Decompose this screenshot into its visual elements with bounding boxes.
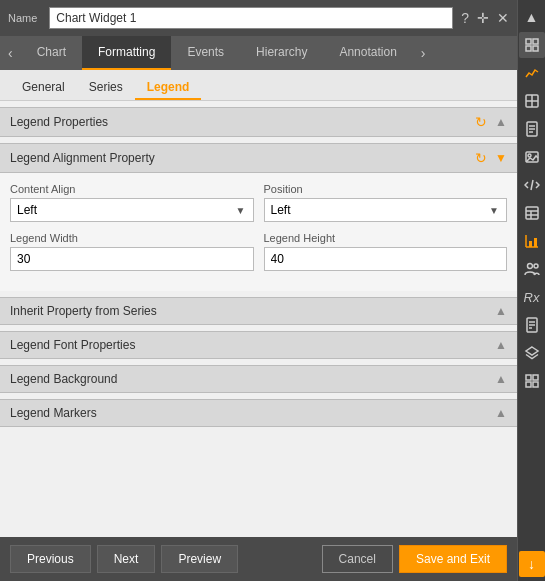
legend-properties-section: Legend Properties ↻ ▲ [0, 107, 517, 137]
subtab-legend[interactable]: Legend [135, 76, 202, 100]
legend-font-header[interactable]: Legend Font Properties ▲ [0, 331, 517, 359]
legend-height-input[interactable] [264, 247, 508, 271]
legend-background-title: Legend Background [10, 372, 117, 386]
sidebar-table-icon[interactable] [519, 200, 545, 226]
sidebar-code-icon[interactable] [519, 172, 545, 198]
sidebar-grid-icon[interactable] [519, 32, 545, 58]
next-button[interactable]: Next [97, 545, 156, 573]
inherit-property-header[interactable]: Inherit Property from Series ▲ [0, 297, 517, 325]
close-icon[interactable]: ✕ [497, 10, 509, 26]
sidebar-map-icon[interactable] [519, 88, 545, 114]
legend-markers-section: Legend Markers ▲ [0, 399, 517, 427]
sidebar-collapse-icon[interactable]: ▲ [519, 4, 545, 30]
legend-properties-header[interactable]: Legend Properties ↻ ▲ [0, 107, 517, 137]
legend-alignment-body: Content Align Left Center Right Position [0, 173, 517, 291]
legend-font-title: Legend Font Properties [10, 338, 135, 352]
legend-font-collapse-icon[interactable]: ▲ [495, 338, 507, 352]
legend-properties-refresh-icon[interactable]: ↻ [475, 114, 487, 130]
svg-rect-30 [533, 375, 538, 380]
legend-width-label: Legend Width [10, 232, 254, 244]
sidebar-layers-icon[interactable] [519, 340, 545, 366]
legend-properties-collapse-icon[interactable]: ▲ [495, 115, 507, 129]
position-select[interactable]: Left Right Top Bottom [264, 198, 508, 222]
help-icon[interactable]: ? [461, 10, 469, 26]
position-label: Position [264, 183, 508, 195]
svg-rect-0 [526, 39, 531, 44]
svg-rect-1 [533, 39, 538, 44]
inherit-property-title: Inherit Property from Series [10, 304, 157, 318]
legend-alignment-title: Legend Alignment Property [10, 151, 155, 165]
legend-height-label: Legend Height [264, 232, 508, 244]
cancel-button[interactable]: Cancel [322, 545, 393, 573]
svg-rect-21 [534, 238, 537, 247]
inherit-property-collapse-icon[interactable]: ▲ [495, 304, 507, 318]
legend-alignment-collapse-icon[interactable]: ▼ [495, 151, 507, 165]
sidebar-chart-icon[interactable] [519, 60, 545, 86]
subtab-series[interactable]: Series [77, 76, 135, 100]
legend-background-collapse-icon[interactable]: ▲ [495, 372, 507, 386]
widget-title-input[interactable] [49, 7, 453, 29]
svg-rect-20 [529, 241, 532, 247]
legend-markers-title: Legend Markers [10, 406, 97, 420]
sidebar-grid2-icon[interactable] [519, 368, 545, 394]
inherit-property-section: Inherit Property from Series ▲ [0, 297, 517, 325]
preview-button[interactable]: Preview [161, 545, 238, 573]
svg-point-12 [528, 154, 531, 157]
sidebar-people-icon[interactable] [519, 256, 545, 282]
svg-rect-29 [526, 375, 531, 380]
legend-alignment-refresh-icon[interactable]: ↻ [475, 150, 487, 166]
svg-marker-28 [526, 347, 538, 355]
title-bar: Name ? ✛ ✕ [0, 0, 517, 36]
name-label: Name [8, 12, 37, 24]
tab-events[interactable]: Events [171, 36, 240, 70]
save-exit-button[interactable]: Save and Exit [399, 545, 507, 573]
legend-alignment-header[interactable]: Legend Alignment Property ↻ ▼ [0, 143, 517, 173]
tab-hierarchy[interactable]: Hierarchy [240, 36, 323, 70]
content-align-select[interactable]: Left Center Right [10, 198, 254, 222]
footer: Previous Next Preview Cancel Save and Ex… [0, 537, 517, 581]
sidebar-linechart-icon[interactable] [519, 228, 545, 254]
position-group: Position Left Right Top Bottom [264, 183, 508, 222]
tab-chart[interactable]: Chart [21, 36, 82, 70]
move-icon[interactable]: ✛ [477, 10, 489, 26]
previous-button[interactable]: Previous [10, 545, 91, 573]
legend-font-section: Legend Font Properties ▲ [0, 331, 517, 359]
content-align-position-row: Content Align Left Center Right Position [10, 183, 507, 222]
svg-rect-14 [526, 207, 538, 219]
svg-point-22 [527, 264, 532, 269]
content-align-wrapper: Left Center Right [10, 198, 254, 222]
legend-markers-collapse-icon[interactable]: ▲ [495, 406, 507, 420]
sidebar-download-icon[interactable]: ↓ [519, 551, 545, 577]
svg-rect-3 [533, 46, 538, 51]
legend-background-section: Legend Background ▲ [0, 365, 517, 393]
legend-background-header[interactable]: Legend Background ▲ [0, 365, 517, 393]
svg-line-13 [531, 180, 533, 190]
legend-width-group: Legend Width [10, 232, 254, 271]
tab-next-button[interactable]: › [413, 36, 434, 70]
svg-point-23 [534, 264, 538, 268]
svg-rect-31 [526, 382, 531, 387]
subtab-general[interactable]: General [10, 76, 77, 100]
title-actions: ? ✛ ✕ [461, 10, 509, 26]
legend-properties-title: Legend Properties [10, 115, 108, 129]
width-height-row: Legend Width Legend Height [10, 232, 507, 271]
legend-markers-header[interactable]: Legend Markers ▲ [0, 399, 517, 427]
tab-prev-button[interactable]: ‹ [0, 36, 21, 70]
tab-bar: ‹ Chart Formatting Events Hierarchy Anno… [0, 36, 517, 70]
content-align-label: Content Align [10, 183, 254, 195]
tab-annotation[interactable]: Annotation [323, 36, 412, 70]
sub-tab-bar: General Series Legend [0, 70, 517, 101]
sidebar-doc-icon[interactable] [519, 116, 545, 142]
right-sidebar: ▲ [517, 0, 545, 581]
svg-rect-32 [533, 382, 538, 387]
legend-alignment-section: Legend Alignment Property ↻ ▼ Content Al… [0, 143, 517, 291]
sidebar-rx-icon[interactable]: Rx [519, 284, 545, 310]
legend-height-group: Legend Height [264, 232, 508, 271]
sidebar-report-icon[interactable] [519, 312, 545, 338]
sidebar-image-icon[interactable] [519, 144, 545, 170]
content-align-group: Content Align Left Center Right [10, 183, 254, 222]
position-wrapper: Left Right Top Bottom [264, 198, 508, 222]
content-area: Legend Properties ↻ ▲ Legend Alignment P… [0, 101, 517, 537]
legend-width-input[interactable] [10, 247, 254, 271]
tab-formatting[interactable]: Formatting [82, 36, 171, 70]
